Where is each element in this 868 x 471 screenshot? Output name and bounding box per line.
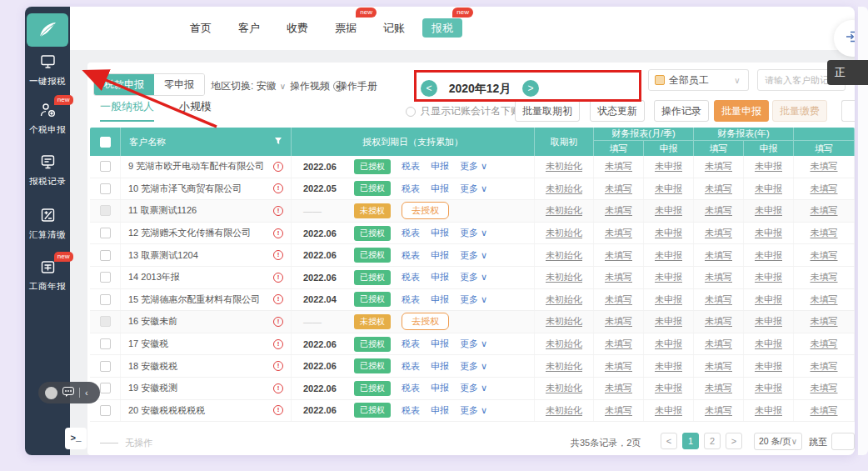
row-checkbox[interactable] bbox=[100, 338, 111, 349]
status-link[interactable]: 未申报 bbox=[755, 338, 782, 350]
tab-zero-declare[interactable]: 零申报 bbox=[154, 74, 204, 95]
action-button-1[interactable]: 批量取期初 bbox=[515, 100, 580, 122]
init-status-link[interactable]: 未初始化 bbox=[546, 360, 582, 373]
jump-to-input[interactable] bbox=[831, 433, 855, 450]
more-link[interactable]: 更多 ∨ bbox=[460, 360, 487, 373]
warning-icon[interactable]: ! bbox=[273, 317, 283, 327]
staff-filter-arrow[interactable]: ∨ bbox=[726, 69, 749, 91]
status-link[interactable]: 未填写 bbox=[705, 204, 732, 217]
status-link[interactable]: 未填写 bbox=[705, 338, 732, 350]
declare-link[interactable]: 申报 bbox=[431, 249, 449, 262]
collapse-chevron-icon[interactable]: ‹ bbox=[85, 388, 88, 398]
tax-form-link[interactable]: 税表 bbox=[402, 271, 420, 283]
status-link[interactable]: 未申报 bbox=[755, 249, 782, 262]
warning-icon[interactable]: ! bbox=[273, 206, 283, 216]
warning-icon[interactable]: ! bbox=[273, 383, 283, 393]
more-link[interactable]: 更多 ∨ bbox=[460, 183, 487, 195]
status-link[interactable]: 未填写 bbox=[705, 360, 732, 373]
action-button-4[interactable]: 批量申报 bbox=[714, 100, 769, 122]
status-link[interactable]: 未填写 bbox=[811, 338, 838, 350]
status-link[interactable]: 未申报 bbox=[655, 293, 682, 306]
more-link[interactable]: 更多 ∨ bbox=[460, 160, 487, 173]
more-link[interactable]: 更多 ∨ bbox=[460, 293, 487, 306]
status-link[interactable]: 未申报 bbox=[655, 160, 682, 173]
status-link[interactable]: 未填写 bbox=[605, 227, 632, 239]
status-link[interactable]: 未填写 bbox=[605, 271, 632, 283]
tax-form-link[interactable]: 税表 bbox=[402, 160, 420, 173]
status-link[interactable]: 未填写 bbox=[705, 271, 732, 283]
status-link[interactable]: 未填写 bbox=[605, 204, 632, 217]
only-my-books-checkbox[interactable]: 只显示记账会计名下账簿 bbox=[406, 104, 531, 118]
warning-icon[interactable]: ! bbox=[273, 339, 283, 349]
tutorial-video-link[interactable]: 操作视频▶ bbox=[290, 79, 344, 93]
sidebar-item-1[interactable]: 一键报税 bbox=[25, 53, 70, 88]
row-checkbox[interactable] bbox=[100, 205, 111, 216]
warning-icon[interactable]: ! bbox=[273, 162, 283, 172]
init-status-link[interactable]: 未初始化 bbox=[546, 315, 582, 328]
sidebar-item-3[interactable]: 报税记录 bbox=[25, 153, 70, 188]
init-status-link[interactable]: 未初始化 bbox=[546, 404, 582, 417]
more-link[interactable]: 更多 ∨ bbox=[460, 382, 487, 394]
nav-item-2[interactable]: 收费 bbox=[273, 21, 322, 36]
status-link[interactable]: 未填写 bbox=[705, 227, 732, 239]
more-link[interactable]: 更多 ∨ bbox=[460, 338, 487, 350]
row-checkbox[interactable] bbox=[100, 383, 111, 393]
page-button-2[interactable]: 2 bbox=[704, 433, 721, 449]
row-checkbox[interactable] bbox=[100, 316, 111, 327]
declare-link[interactable]: 申报 bbox=[431, 338, 449, 350]
declare-link[interactable]: 申报 bbox=[431, 404, 449, 417]
status-link[interactable]: 未填写 bbox=[705, 249, 732, 262]
status-link[interactable]: 未填写 bbox=[605, 249, 632, 262]
status-link[interactable]: 未填写 bbox=[605, 382, 632, 394]
warning-icon[interactable]: ! bbox=[273, 405, 283, 415]
more-link[interactable]: 更多 ∨ bbox=[460, 227, 487, 239]
status-link[interactable]: 未填写 bbox=[605, 360, 632, 373]
row-checkbox[interactable] bbox=[100, 294, 111, 305]
declare-link[interactable]: 申报 bbox=[431, 382, 449, 394]
app-logo[interactable] bbox=[27, 13, 68, 47]
tax-form-link[interactable]: 税表 bbox=[402, 183, 420, 195]
init-status-link[interactable]: 未初始化 bbox=[546, 338, 582, 350]
status-link[interactable]: 未填写 bbox=[705, 404, 732, 417]
status-link[interactable]: 未填写 bbox=[811, 315, 838, 328]
warning-icon[interactable]: ! bbox=[273, 250, 283, 260]
status-link[interactable]: 未申报 bbox=[755, 160, 782, 173]
status-link[interactable]: 未申报 bbox=[655, 382, 682, 394]
page-button-1[interactable]: 1 bbox=[682, 433, 699, 449]
init-status-link[interactable]: 未初始化 bbox=[546, 382, 582, 394]
chat-widget[interactable]: ‹ bbox=[38, 382, 100, 403]
filter-icon[interactable] bbox=[274, 137, 282, 147]
page-size-select[interactable]: 20 条/页∨ bbox=[754, 433, 802, 450]
tab-tax-declare[interactable]: 税款申报 bbox=[94, 74, 154, 95]
declare-link[interactable]: 申报 bbox=[431, 183, 449, 195]
declare-link[interactable]: 申报 bbox=[431, 160, 449, 173]
status-link[interactable]: 未填写 bbox=[811, 382, 838, 394]
row-checkbox[interactable] bbox=[100, 161, 111, 172]
subtab-small-scale[interactable]: 小规模 bbox=[179, 99, 212, 122]
warning-icon[interactable]: ! bbox=[273, 294, 283, 304]
row-checkbox[interactable] bbox=[100, 228, 111, 238]
status-link[interactable]: 未填写 bbox=[811, 204, 838, 217]
status-link[interactable]: 未填写 bbox=[705, 293, 732, 306]
row-checkbox[interactable] bbox=[100, 250, 111, 261]
init-status-link[interactable]: 未初始化 bbox=[546, 249, 582, 262]
go-authorize-button[interactable]: 去授权 bbox=[402, 202, 449, 219]
init-status-link[interactable]: 未初始化 bbox=[546, 160, 582, 173]
status-link[interactable]: 未申报 bbox=[655, 404, 682, 417]
prev-page-button[interactable]: < bbox=[661, 433, 677, 449]
tax-form-link[interactable]: 税表 bbox=[402, 293, 420, 306]
status-link[interactable]: 未填写 bbox=[811, 160, 838, 173]
next-page-button[interactable]: > bbox=[726, 433, 742, 449]
status-link[interactable]: 未申报 bbox=[755, 183, 782, 195]
nav-item-0[interactable]: 首页 bbox=[177, 21, 225, 36]
status-link[interactable]: 未填写 bbox=[705, 382, 732, 394]
more-link[interactable]: 更多 ∨ bbox=[460, 404, 487, 417]
more-link[interactable]: 更多 ∨ bbox=[460, 249, 487, 262]
warning-icon[interactable]: ! bbox=[273, 228, 283, 238]
status-link[interactable]: 未申报 bbox=[655, 315, 682, 328]
exit-fab-button[interactable] bbox=[834, 20, 855, 57]
status-link[interactable]: 未填写 bbox=[605, 160, 632, 173]
warning-icon[interactable]: ! bbox=[273, 183, 283, 193]
next-month-button[interactable]: > bbox=[522, 80, 539, 97]
status-link[interactable]: 未申报 bbox=[755, 315, 782, 328]
